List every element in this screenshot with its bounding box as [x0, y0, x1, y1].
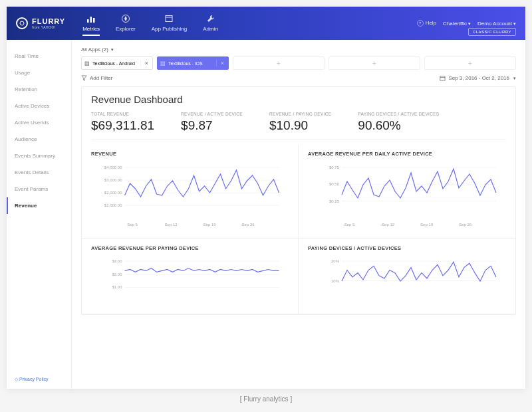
svg-text:$3.00: $3.00: [112, 259, 122, 263]
wrench-icon: [206, 14, 215, 25]
svg-rect-1: [87, 19, 89, 23]
dashboard-panel: Revenue Dashboard TOTAL REVENUE$69,311.8…: [81, 86, 516, 315]
flurry-logo[interactable]: FLURRY from YAHOO!: [16, 17, 65, 29]
app-tab[interactable]: ▤Textilicious - iOS×: [157, 56, 229, 70]
compass-icon: [121, 14, 130, 25]
logo-icon: [16, 17, 28, 29]
kpi: TOTAL REVENUE$69,311.81: [91, 112, 154, 133]
kpi: PAYING DEVICES / ACTIVE DEVICES90.60%: [358, 112, 439, 133]
add-app-button[interactable]: +: [329, 56, 420, 70]
app-icon: ▤: [158, 60, 166, 66]
add-filter-button[interactable]: Add Filter: [81, 75, 112, 81]
close-icon[interactable]: ×: [140, 60, 152, 66]
kpi-value: $9.87: [181, 118, 243, 133]
all-apps-dropdown[interactable]: All Apps (2) ▾: [81, 47, 114, 52]
privacy-policy-link[interactable]: ◇ Privacy Policy: [7, 370, 71, 389]
calendar-icon: [440, 75, 446, 81]
svg-text:Sep 5: Sep 5: [344, 223, 355, 227]
svg-text:$0.50: $0.50: [329, 182, 340, 186]
svg-rect-3: [93, 18, 95, 23]
svg-text:$0.75: $0.75: [329, 165, 340, 169]
nav-app-publishing[interactable]: App Publishing: [152, 11, 187, 36]
nav-explorer[interactable]: Explorer: [116, 11, 136, 36]
account-name: Demo Account: [477, 21, 512, 27]
svg-rect-5: [166, 15, 172, 21]
chart-plot: $1,000.00$2,000.00$3,000.00$4,000.00Sep …: [91, 162, 289, 229]
tab-label: Textilicious - Android: [90, 61, 140, 66]
date-range-picker[interactable]: Sep 3, 2016 - Oct 2, 2016 ▾: [440, 75, 516, 81]
help-link[interactable]: ?Help: [417, 20, 436, 27]
sidebar-item-audience[interactable]: Audience: [7, 131, 71, 148]
chart-card: REVENUE$1,000.00$2,000.00$3,000.00$4,000…: [82, 144, 299, 239]
apps-label: All Apps: [81, 47, 100, 52]
sidebar-item-revenue[interactable]: Revenue: [7, 197, 71, 214]
sidebar-item-active-userids[interactable]: Active UserIds: [7, 114, 71, 131]
nav-label: App Publishing: [152, 26, 187, 32]
kpi: REVENUE / PAYING DEVICE$10.90: [269, 112, 331, 133]
close-icon[interactable]: ×: [216, 60, 228, 66]
window-icon: [164, 14, 174, 25]
sidebar-item-events-summary[interactable]: Events Summary: [7, 148, 71, 164]
account-select[interactable]: Demo Account▾: [477, 21, 516, 27]
chart-card: AVERAGE REVENUE PER PAYING DEVICE$1.00$2…: [82, 239, 299, 314]
main-content: All Apps (2) ▾ ▤Textilicious - Android×▤…: [72, 40, 525, 389]
svg-rect-7: [440, 76, 445, 80]
kpi: REVENUE / ACTIVE DEVICE$9.87: [181, 112, 243, 133]
svg-text:$1,000.00: $1,000.00: [104, 203, 122, 207]
svg-text:$2,000.00: $2,000.00: [104, 191, 122, 195]
svg-text:$2.00: $2.00: [112, 272, 122, 276]
apps-count: (2): [102, 47, 108, 52]
kpi-value: $69,311.81: [91, 118, 154, 133]
svg-rect-2: [90, 17, 92, 23]
sidebar-item-usage[interactable]: Usage: [7, 64, 71, 81]
top-nav: MetricsExplorerApp PublishingAdmin: [82, 11, 218, 36]
sidebar-item-event-params[interactable]: Event Params: [7, 181, 71, 197]
sidebar: Real TimeUsageRetentionActive DevicesAct…: [7, 40, 72, 389]
chart-plot: $1.00$2.00$3.00: [91, 257, 289, 304]
chevron-down-icon: ▾: [468, 21, 471, 26]
nav-metrics[interactable]: Metrics: [82, 11, 100, 36]
user-name: Chateriffic: [443, 21, 467, 27]
sidebar-item-real-time[interactable]: Real Time: [7, 48, 71, 64]
svg-text:$1.00: $1.00: [112, 285, 122, 289]
chart-card: PAYING DEVICES / ACTIVE DEVICES10%20%: [299, 239, 515, 314]
date-range-text: Sep 3, 2016 - Oct 2, 2016: [448, 75, 509, 81]
classic-flurry-button[interactable]: CLASSIC FLURRY: [468, 28, 516, 36]
chart-plot: $0.25$0.50$0.75Sep 5Sep 12Sep 19Sep 26: [308, 162, 506, 229]
help-icon: ?: [417, 20, 424, 27]
kpi-value: 90.60%: [358, 118, 439, 133]
add-app-button[interactable]: +: [233, 56, 325, 70]
add-filter-label: Add Filter: [90, 75, 112, 81]
svg-text:Sep 19: Sep 19: [420, 223, 434, 227]
sidebar-item-retention[interactable]: Retention: [7, 81, 71, 98]
app-tab[interactable]: ▤Textilicious - Android×: [81, 56, 153, 70]
chart-title: PAYING DEVICES / ACTIVE DEVICES: [308, 245, 506, 251]
svg-text:10%: 10%: [331, 279, 340, 283]
chart-title: AVERAGE REVENUE PER DAILY ACTIVE DEVICE: [308, 151, 506, 157]
svg-text:$0.25: $0.25: [329, 199, 340, 203]
tab-label: Textilicious - iOS: [166, 61, 216, 66]
svg-text:Sep 12: Sep 12: [165, 223, 178, 227]
kpi-label: TOTAL REVENUE: [91, 112, 154, 116]
svg-text:Sep 12: Sep 12: [382, 223, 395, 227]
logo-text: FLURRY: [32, 17, 65, 25]
nav-label: Admin: [203, 26, 218, 32]
svg-text:Sep 26: Sep 26: [242, 223, 255, 227]
nav-label: Explorer: [116, 26, 136, 32]
add-app-button[interactable]: +: [424, 56, 516, 70]
sidebar-item-active-devices[interactable]: Active Devices: [7, 98, 71, 114]
nav-label: Metrics: [82, 26, 100, 32]
chart-title: REVENUE: [91, 151, 289, 157]
nav-admin[interactable]: Admin: [203, 11, 218, 36]
kpi-label: REVENUE / ACTIVE DEVICE: [181, 112, 243, 116]
svg-point-0: [20, 21, 24, 25]
sidebar-item-events-details[interactable]: Events Details: [7, 164, 71, 181]
svg-text:Sep 19: Sep 19: [203, 223, 217, 227]
app-icon: ▤: [82, 60, 90, 66]
kpi-value: $10.90: [269, 118, 331, 133]
svg-text:$3,000.00: $3,000.00: [104, 178, 122, 182]
filter-icon: [81, 75, 87, 81]
kpi-label: REVENUE / PAYING DEVICE: [269, 112, 331, 116]
user-select[interactable]: Chateriffic▾: [443, 21, 471, 27]
chart-card: AVERAGE REVENUE PER DAILY ACTIVE DEVICE$…: [299, 144, 515, 239]
